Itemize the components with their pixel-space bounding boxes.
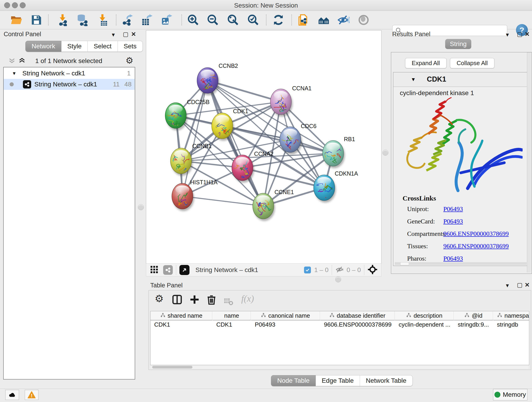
memory-label: Memory [503,391,526,398]
export-table-icon[interactable] [141,14,153,26]
tab-network-table[interactable]: Network Table [360,375,413,386]
expand-all-button[interactable]: Expand All [405,58,447,68]
column-header-id[interactable]: @id [454,311,493,320]
network-edge[interactable] [208,80,263,206]
control-panel-close-icon[interactable]: ✕ [131,31,136,37]
tab-string[interactable]: String [445,39,471,49]
cloud-status-button[interactable] [5,390,19,400]
tab-select[interactable]: Select [88,41,118,52]
crosslink-label: Tissues: [407,242,428,250]
delete-column-icon[interactable] [206,294,217,306]
import-table-file-icon[interactable] [96,14,109,26]
network-node-rb1[interactable]: RB1 [322,136,355,169]
column-header-namespace[interactable]: namespace [493,311,529,320]
grid-view-icon[interactable] [150,265,158,275]
collection-expand-icon[interactable]: ▼ [12,71,17,76]
open-in-window-icon[interactable] [179,265,190,275]
network-canvas[interactable]: CCNB2CCNA1CDC25BCDK1CDC6RB1CCNB1CCNA2CDK… [146,30,381,264]
hide-selection-icon[interactable] [337,14,350,26]
table-hscrollbar[interactable] [150,366,529,369]
bottom-splitter-handle[interactable] [335,276,341,282]
string-network-icon [23,80,31,89]
column-header-description[interactable]: description [395,311,454,320]
network-options-gear-icon[interactable]: ⚙ [126,56,133,65]
show-columns-icon[interactable] [172,294,183,306]
left-splitter-handle[interactable] [138,204,144,210]
tab-style[interactable]: Style [61,41,88,52]
table-panel-menu-icon[interactable]: ▾ [506,282,509,288]
export-network-icon[interactable] [121,14,133,26]
selected-checkbox-icon[interactable] [304,267,311,274]
node-label-ccnb1: CCNB1 [192,143,212,149]
zoom-in-icon[interactable] [187,14,199,26]
open-session-icon[interactable] [10,14,22,26]
network-node-hist1h1a[interactable]: HIST1H1A [171,179,218,212]
clone-network-icon[interactable] [297,14,309,26]
add-column-icon[interactable] [189,294,200,306]
column-header-database-identifier[interactable]: database identifier [320,311,395,320]
crosslink-link[interactable]: P06493 [443,218,463,225]
tab-node-table[interactable]: Node Table [271,375,316,386]
zoom-out-icon[interactable] [207,14,219,26]
table-cell[interactable]: CDK1 [151,320,212,329]
expand-all-tree-icon[interactable] [18,56,26,65]
fit-content-icon[interactable] [227,14,239,26]
memory-button[interactable]: Memory [493,389,527,400]
table-options-gear-icon[interactable]: ⚙ [155,293,164,304]
table-cell[interactable]: P06493 [251,320,320,329]
collapse-all-button[interactable]: Collapse All [450,58,494,68]
table-cell[interactable]: 9606.ENSP00000378699 [320,320,394,329]
table-cell[interactable]: CDK1 [213,320,251,329]
export-image-icon[interactable] [160,14,173,26]
tab-network[interactable]: Network [25,41,61,52]
right-splitter-handle[interactable] [382,150,388,156]
column-header-shared-name[interactable]: shared name [151,311,212,320]
table-panel-close-icon[interactable]: ✕ [525,282,530,288]
tab-edge-table[interactable]: Edge Table [316,375,360,386]
table-cell[interactable]: stringdb:9... [454,320,493,329]
string-view-icon[interactable] [163,265,173,275]
first-neighbors-icon[interactable] [317,14,330,26]
node-table[interactable]: shared namenamecanonical namedatabase id… [150,311,529,365]
network-edge[interactable] [182,196,263,206]
protein-card-hscrollbar[interactable] [395,262,527,265]
protein-collapse-icon[interactable]: ▼ [411,77,416,83]
hidden-eye-slash-icon[interactable] [335,265,344,275]
birds-eye-view-icon[interactable] [367,264,378,275]
collapse-all-tree-icon[interactable] [8,56,16,65]
results-panel-scrollbar[interactable] [527,52,531,273]
refresh-icon[interactable] [272,14,285,26]
table-cell[interactable]: cyclin-dependent ... [395,320,454,329]
crosslink-link[interactable]: 9606.ENSP00000378699 [443,230,509,237]
network-row[interactable]: String Network – cdk1 11 48 [4,79,135,90]
network-collection-row[interactable]: ▼ String Network – cdk1 1 [4,68,135,79]
show-all-icon[interactable] [357,14,370,26]
column-header-name[interactable]: name [213,311,251,320]
network-node-cdc6[interactable]: CDC6 [278,123,317,154]
control-panel-menu-icon[interactable]: ▾ [112,32,115,38]
zoom-selected-icon[interactable] [247,14,259,26]
results-panel-menu-icon[interactable]: ▾ [506,32,509,38]
network-node-ccnb2[interactable]: CCNB2 [197,63,238,95]
network-node-ccna1[interactable]: CCNA1 [270,85,312,121]
results-panel-close-icon[interactable]: ✕ [525,31,530,37]
protein-card-hscroll-thumb[interactable] [400,262,409,265]
control-panel-float-icon[interactable]: ▢ [123,31,128,37]
import-network-database-icon[interactable] [76,14,88,26]
import-network-file-icon[interactable] [56,14,69,26]
tab-sets[interactable]: Sets [118,41,143,52]
network-node-ccne1[interactable]: CCNE1 [253,189,294,221]
table-hscroll-thumb[interactable] [152,366,192,369]
crosslink-link[interactable]: 9606.ENSP00000378699 [443,242,509,250]
warning-status-button[interactable] [25,390,38,400]
table-cell[interactable]: stringdb [493,320,529,329]
selected-count: 1 – 0 [314,266,328,274]
crosslink-link[interactable]: P06493 [443,205,463,213]
results-panel-float-icon[interactable]: ▢ [517,31,523,37]
save-session-icon[interactable] [30,14,43,26]
network-node-cdkn1a[interactable]: CDKN1A [314,170,358,206]
table-panel-float-icon[interactable]: ▢ [517,282,523,288]
crosslink-link[interactable]: P06493 [443,255,463,262]
column-header-canonical-name[interactable]: canonical name [251,311,320,320]
network-node-cdc25b[interactable]: CDC25B [164,99,210,130]
